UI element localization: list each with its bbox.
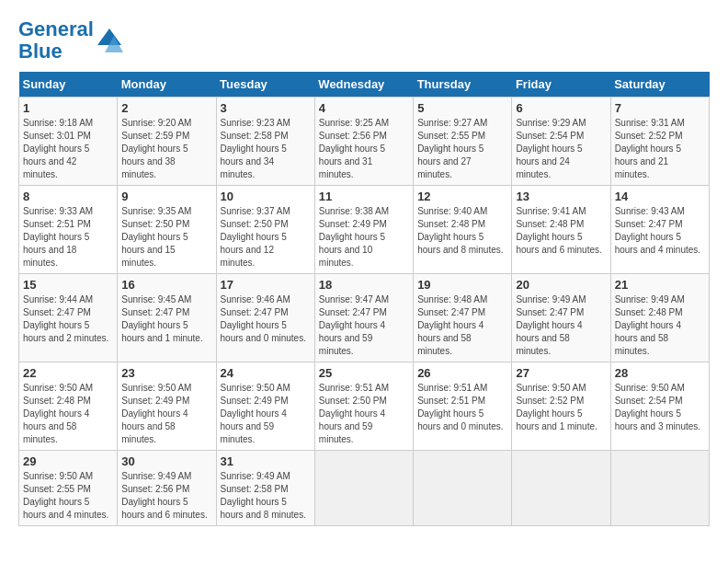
day-info: Sunrise: 9:48 AM Sunset: 2:47 PM Dayligh… xyxy=(417,293,507,358)
page-header: General Blue xyxy=(18,18,710,63)
day-info: Sunrise: 9:51 AM Sunset: 2:51 PM Dayligh… xyxy=(417,382,507,433)
calendar-cell: 15 Sunrise: 9:44 AM Sunset: 2:47 PM Dayl… xyxy=(19,274,118,362)
weekday-header-wednesday: Wednesday xyxy=(314,72,413,98)
calendar-cell: 12 Sunrise: 9:40 AM Sunset: 2:48 PM Dayl… xyxy=(414,186,512,274)
day-number: 20 xyxy=(516,278,606,292)
calendar-cell: 7 Sunrise: 9:31 AM Sunset: 2:52 PM Dayli… xyxy=(610,98,709,186)
calendar-cell: 26 Sunrise: 9:51 AM Sunset: 2:51 PM Dayl… xyxy=(414,362,512,451)
day-info: Sunrise: 9:49 AM Sunset: 2:48 PM Dayligh… xyxy=(615,293,705,358)
day-info: Sunrise: 9:37 AM Sunset: 2:50 PM Dayligh… xyxy=(221,205,311,270)
calendar-cell: 1 Sunrise: 9:18 AM Sunset: 3:01 PM Dayli… xyxy=(19,98,118,186)
calendar-cell xyxy=(610,451,709,526)
day-info: Sunrise: 9:29 AM Sunset: 2:54 PM Dayligh… xyxy=(516,117,606,181)
day-info: Sunrise: 9:50 AM Sunset: 2:54 PM Dayligh… xyxy=(615,382,705,433)
day-number: 26 xyxy=(417,366,507,380)
calendar-cell: 4 Sunrise: 9:25 AM Sunset: 2:56 PM Dayli… xyxy=(314,98,413,186)
day-info: Sunrise: 9:50 AM Sunset: 2:52 PM Dayligh… xyxy=(516,382,606,433)
day-number: 27 xyxy=(516,366,606,380)
day-info: Sunrise: 9:38 AM Sunset: 2:49 PM Dayligh… xyxy=(319,205,409,270)
day-number: 21 xyxy=(615,278,705,292)
calendar-cell xyxy=(414,451,512,526)
day-number: 23 xyxy=(121,366,211,380)
day-info: Sunrise: 9:18 AM Sunset: 3:01 PM Dayligh… xyxy=(23,117,113,181)
day-info: Sunrise: 9:31 AM Sunset: 2:52 PM Dayligh… xyxy=(615,117,705,181)
day-number: 14 xyxy=(615,190,705,203)
calendar-week-row: 1 Sunrise: 9:18 AM Sunset: 3:01 PM Dayli… xyxy=(19,98,710,186)
day-info: Sunrise: 9:45 AM Sunset: 2:47 PM Dayligh… xyxy=(121,293,211,345)
calendar-cell: 28 Sunrise: 9:50 AM Sunset: 2:54 PM Dayl… xyxy=(610,362,709,451)
day-info: Sunrise: 9:50 AM Sunset: 2:49 PM Dayligh… xyxy=(121,382,211,446)
day-number: 2 xyxy=(121,101,211,115)
day-number: 6 xyxy=(516,101,606,115)
weekday-header-sunday: Sunday xyxy=(19,72,118,98)
svg-marker-0 xyxy=(97,29,121,45)
day-info: Sunrise: 9:46 AM Sunset: 2:47 PM Dayligh… xyxy=(221,293,311,345)
calendar-cell: 10 Sunrise: 9:37 AM Sunset: 2:50 PM Dayl… xyxy=(216,186,314,274)
day-info: Sunrise: 9:27 AM Sunset: 2:55 PM Dayligh… xyxy=(417,117,507,181)
weekday-header-tuesday: Tuesday xyxy=(216,72,314,98)
day-info: Sunrise: 9:50 AM Sunset: 2:55 PM Dayligh… xyxy=(23,470,113,522)
weekday-header-friday: Friday xyxy=(512,72,610,98)
day-info: Sunrise: 9:47 AM Sunset: 2:47 PM Dayligh… xyxy=(319,293,409,358)
calendar-cell xyxy=(512,451,610,526)
day-info: Sunrise: 9:23 AM Sunset: 2:58 PM Dayligh… xyxy=(221,117,311,181)
calendar-cell: 9 Sunrise: 9:35 AM Sunset: 2:50 PM Dayli… xyxy=(118,186,216,274)
calendar-cell: 31 Sunrise: 9:49 AM Sunset: 2:58 PM Dayl… xyxy=(216,451,314,526)
day-number: 30 xyxy=(121,454,211,468)
day-number: 22 xyxy=(23,366,113,380)
day-info: Sunrise: 9:49 AM Sunset: 2:58 PM Dayligh… xyxy=(221,470,311,522)
weekday-header-row: SundayMondayTuesdayWednesdayThursdayFrid… xyxy=(19,72,710,98)
day-number: 15 xyxy=(23,278,113,292)
day-info: Sunrise: 9:49 AM Sunset: 2:56 PM Dayligh… xyxy=(121,470,211,522)
day-info: Sunrise: 9:25 AM Sunset: 2:56 PM Dayligh… xyxy=(319,117,409,181)
day-info: Sunrise: 9:44 AM Sunset: 2:47 PM Dayligh… xyxy=(23,293,113,345)
day-number: 18 xyxy=(319,278,409,292)
day-number: 13 xyxy=(516,190,606,203)
day-info: Sunrise: 9:20 AM Sunset: 2:59 PM Dayligh… xyxy=(121,117,211,181)
calendar-cell: 20 Sunrise: 9:49 AM Sunset: 2:47 PM Dayl… xyxy=(512,274,610,362)
day-number: 3 xyxy=(221,101,311,115)
calendar-cell: 30 Sunrise: 9:49 AM Sunset: 2:56 PM Dayl… xyxy=(118,451,216,526)
day-number: 8 xyxy=(23,190,113,203)
day-number: 12 xyxy=(417,190,507,203)
calendar-cell: 11 Sunrise: 9:38 AM Sunset: 2:49 PM Dayl… xyxy=(314,186,413,274)
calendar-cell: 2 Sunrise: 9:20 AM Sunset: 2:59 PM Dayli… xyxy=(118,98,216,186)
day-info: Sunrise: 9:41 AM Sunset: 2:48 PM Dayligh… xyxy=(516,205,606,257)
calendar-week-row: 8 Sunrise: 9:33 AM Sunset: 2:51 PM Dayli… xyxy=(19,186,710,274)
day-info: Sunrise: 9:43 AM Sunset: 2:47 PM Dayligh… xyxy=(615,205,705,257)
day-number: 4 xyxy=(319,101,409,115)
day-info: Sunrise: 9:40 AM Sunset: 2:48 PM Dayligh… xyxy=(417,205,507,257)
calendar-cell: 17 Sunrise: 9:46 AM Sunset: 2:47 PM Dayl… xyxy=(216,274,314,362)
day-number: 24 xyxy=(221,366,311,380)
calendar-week-row: 29 Sunrise: 9:50 AM Sunset: 2:55 PM Dayl… xyxy=(19,451,710,526)
day-number: 31 xyxy=(221,454,311,468)
calendar-cell: 8 Sunrise: 9:33 AM Sunset: 2:51 PM Dayli… xyxy=(19,186,118,274)
day-number: 10 xyxy=(221,190,311,203)
logo-text: General Blue xyxy=(18,18,94,63)
day-info: Sunrise: 9:35 AM Sunset: 2:50 PM Dayligh… xyxy=(121,205,211,270)
calendar-cell: 3 Sunrise: 9:23 AM Sunset: 2:58 PM Dayli… xyxy=(216,98,314,186)
calendar-cell: 14 Sunrise: 9:43 AM Sunset: 2:47 PM Dayl… xyxy=(610,186,709,274)
calendar-cell: 24 Sunrise: 9:50 AM Sunset: 2:49 PM Dayl… xyxy=(216,362,314,451)
calendar-cell: 19 Sunrise: 9:48 AM Sunset: 2:47 PM Dayl… xyxy=(414,274,512,362)
weekday-header-monday: Monday xyxy=(118,72,216,98)
calendar-cell: 25 Sunrise: 9:51 AM Sunset: 2:50 PM Dayl… xyxy=(314,362,413,451)
day-number: 9 xyxy=(121,190,211,203)
day-number: 28 xyxy=(615,366,705,380)
day-number: 7 xyxy=(615,101,705,115)
day-info: Sunrise: 9:50 AM Sunset: 2:49 PM Dayligh… xyxy=(221,382,311,446)
calendar-cell: 18 Sunrise: 9:47 AM Sunset: 2:47 PM Dayl… xyxy=(314,274,413,362)
calendar-cell: 6 Sunrise: 9:29 AM Sunset: 2:54 PM Dayli… xyxy=(512,98,610,186)
calendar-cell: 16 Sunrise: 9:45 AM Sunset: 2:47 PM Dayl… xyxy=(118,274,216,362)
calendar-cell: 21 Sunrise: 9:49 AM Sunset: 2:48 PM Dayl… xyxy=(610,274,709,362)
calendar-table: SundayMondayTuesdayWednesdayThursdayFrid… xyxy=(18,72,710,526)
day-number: 25 xyxy=(319,366,409,380)
day-number: 17 xyxy=(221,278,311,292)
calendar-cell: 13 Sunrise: 9:41 AM Sunset: 2:48 PM Dayl… xyxy=(512,186,610,274)
logo-icon xyxy=(96,27,123,54)
calendar-cell: 23 Sunrise: 9:50 AM Sunset: 2:49 PM Dayl… xyxy=(118,362,216,451)
calendar-week-row: 15 Sunrise: 9:44 AM Sunset: 2:47 PM Dayl… xyxy=(19,274,710,362)
calendar-cell xyxy=(314,451,413,526)
day-number: 19 xyxy=(417,278,507,292)
calendar-cell: 27 Sunrise: 9:50 AM Sunset: 2:52 PM Dayl… xyxy=(512,362,610,451)
